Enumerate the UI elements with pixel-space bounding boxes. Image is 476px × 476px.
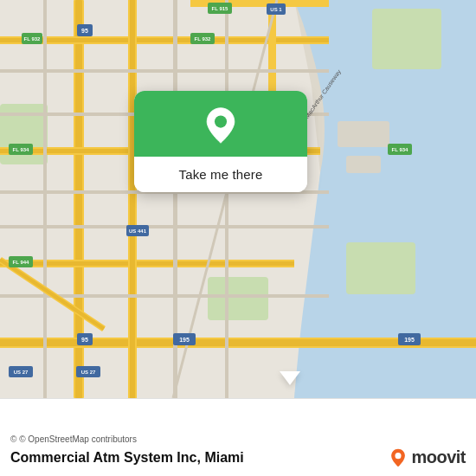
svg-text:US 441: US 441 [129,228,147,234]
moovit-pin-icon [389,448,408,467]
attribution: © © OpenStreetMap contributors [10,434,466,444]
svg-point-67 [396,453,402,459]
svg-rect-30 [0,225,329,228]
moovit-brand-text: moovit [411,447,466,467]
popup-green-area [134,91,307,157]
svg-rect-7 [208,277,268,320]
svg-rect-26 [43,0,47,398]
take-me-there-button[interactable]: Take me there [134,157,307,192]
svg-text:FL 932: FL 932 [195,36,212,42]
moovit-logo: moovit [389,447,466,467]
svg-rect-27 [0,69,329,73]
map-background: 95 FL 932 FL 932 FL 915 US 1 FL 934 FL 9… [0,0,476,398]
svg-text:US 1: US 1 [270,7,282,12]
popup-pointer [280,371,300,385]
map-container: 95 FL 932 FL 932 FL 915 US 1 FL 934 FL 9… [0,0,476,398]
svg-text:US 27: US 27 [81,370,96,375]
svg-text:US 27: US 27 [14,370,29,375]
bottom-bar: © © OpenStreetMap contributors Commercia… [0,398,476,476]
svg-text:195: 195 [404,337,415,343]
svg-rect-8 [346,242,415,294]
svg-text:195: 195 [179,337,190,343]
svg-text:FL 934: FL 934 [13,147,30,152]
svg-text:95: 95 [81,337,88,343]
svg-rect-4 [338,121,389,147]
place-info: Commercial Atm System Inc, Miami moovit [10,447,466,467]
svg-rect-5 [346,156,381,173]
attribution-text: © OpenStreetMap contributors [19,434,137,444]
svg-rect-9 [372,9,441,69]
svg-rect-13 [0,38,329,42]
svg-rect-21 [130,0,135,398]
place-name: Commercial Atm System Inc, Miami [10,450,244,466]
svg-text:FL 944: FL 944 [13,260,30,265]
svg-text:FL 934: FL 934 [392,147,409,152]
svg-point-66 [215,116,227,128]
svg-text:FL 932: FL 932 [24,36,42,42]
copyright-icon: © [10,434,16,444]
svg-text:95: 95 [81,28,88,34]
svg-text:FL 915: FL 915 [212,6,229,11]
popup-card: Take me there [134,91,307,192]
location-pin-icon [202,106,240,145]
